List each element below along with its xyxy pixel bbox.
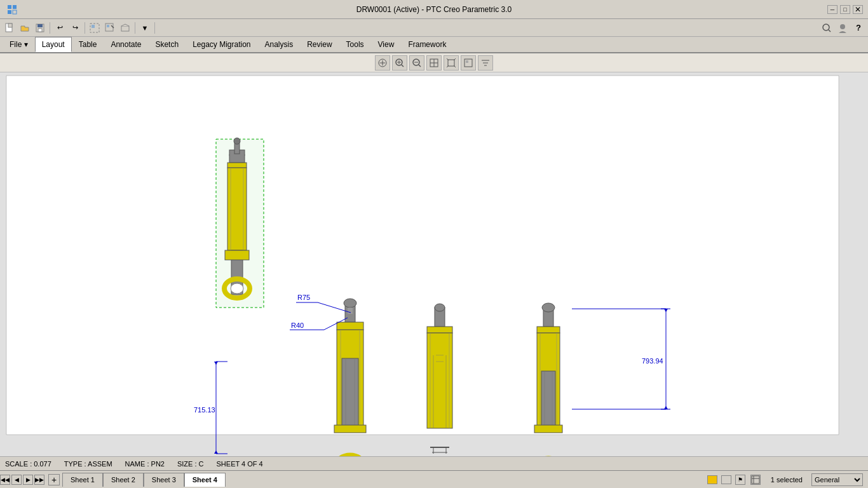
zoom-in-button[interactable]	[392, 55, 407, 71]
sheet-add-button[interactable]: +	[48, 474, 60, 485]
svg-rect-2	[8, 10, 11, 14]
main-toolbar: ↩ ↪ ▼ ?	[0, 19, 868, 37]
svg-rect-50	[227, 168, 247, 250]
view-normal-button[interactable]	[461, 55, 476, 71]
svg-rect-32	[448, 60, 454, 66]
sheet-tab-2[interactable]: Sheet 2	[103, 473, 144, 487]
svg-point-58	[344, 299, 356, 308]
svg-rect-9	[38, 29, 42, 32]
zoom-box-tool[interactable]	[103, 21, 117, 35]
separator-4	[154, 22, 155, 34]
zoom-fit-button[interactable]	[375, 55, 390, 71]
svg-rect-3	[13, 10, 17, 14]
menu-layout[interactable]: Layout	[35, 37, 72, 52]
svg-rect-118	[541, 371, 555, 428]
type-info: TYPE : ASSEM	[64, 460, 112, 468]
scale-info: SCALE : 0.077	[5, 460, 51, 468]
minimize-button[interactable]: ─	[827, 5, 837, 14]
svg-point-56	[231, 283, 243, 294]
separator-1	[50, 22, 50, 34]
svg-rect-91	[427, 327, 452, 333]
model-button[interactable]	[750, 475, 761, 485]
open-button[interactable]	[18, 21, 32, 35]
menu-table[interactable]: Table	[72, 37, 104, 52]
svg-point-90	[435, 304, 445, 311]
save-button[interactable]	[33, 21, 47, 35]
pan-button[interactable]	[426, 55, 442, 71]
svg-rect-38	[466, 60, 468, 63]
fit-view-button[interactable]	[444, 55, 459, 71]
menu-framework[interactable]: Framework	[401, 37, 453, 52]
sheet-first-button[interactable]: ◀◀	[0, 475, 10, 485]
svg-rect-13	[107, 25, 109, 27]
svg-point-113	[542, 303, 555, 312]
sheet-tab-4[interactable]: Sheet 4	[184, 473, 226, 487]
main-row: R75 R40 715.13 100	[0, 72, 868, 456]
svg-rect-6	[8, 24, 12, 27]
title-bar-left	[5, 3, 19, 17]
search-button[interactable]	[820, 21, 834, 35]
svg-rect-43	[6, 76, 839, 435]
svg-rect-0	[8, 5, 11, 9]
svg-text:R75: R75	[297, 294, 310, 301]
view-toolbar	[0, 53, 868, 72]
color-swatch-yellow	[707, 475, 717, 484]
svg-rect-132	[752, 476, 759, 484]
menu-review[interactable]: Review	[300, 37, 339, 52]
menu-file[interactable]: File ▾	[3, 37, 35, 52]
svg-line-27	[419, 65, 421, 67]
name-info: NAME : PN2	[125, 460, 165, 468]
svg-text:793.94: 793.94	[642, 357, 663, 365]
menu-sketch[interactable]: Sketch	[148, 37, 186, 52]
maximize-button[interactable]: □	[840, 5, 850, 14]
title-bar: DRW0001 (Active) - PTC Creo Parametric 3…	[0, 0, 868, 19]
display-filter-button[interactable]	[478, 55, 493, 71]
selected-count: 1 selected	[766, 476, 808, 484]
undo-button[interactable]: ↩	[53, 21, 67, 35]
drawing-area[interactable]: R75 R40 715.13 100	[0, 72, 868, 456]
redo-button[interactable]: ↪	[68, 21, 82, 35]
flag-button[interactable]: ⚑	[735, 475, 745, 485]
svg-text:715.13: 715.13	[194, 406, 215, 414]
help-button[interactable]: ?	[851, 21, 865, 35]
svg-point-68	[336, 456, 364, 456]
svg-rect-59	[348, 308, 353, 314]
svg-rect-92	[427, 333, 452, 428]
svg-rect-121	[534, 425, 562, 433]
arrow-down-button[interactable]: ▼	[138, 21, 152, 35]
svg-rect-11	[92, 25, 95, 28]
sheet-info: SHEET 4 OF 4	[217, 460, 263, 468]
svg-line-23	[402, 65, 403, 67]
selection-tool[interactable]	[88, 21, 102, 35]
svg-rect-1	[13, 5, 17, 9]
menu-analysis[interactable]: Analysis	[258, 37, 301, 52]
svg-rect-54	[225, 250, 249, 260]
menu-tools[interactable]: Tools	[339, 37, 371, 52]
sheet-last-button[interactable]: ▶▶	[34, 475, 44, 485]
close-button[interactable]: ✕	[853, 5, 863, 14]
svg-line-17	[829, 30, 831, 32]
svg-text:R40: R40	[291, 322, 304, 329]
sheet-prev-button[interactable]: ◀	[11, 475, 22, 485]
zoom-out-button[interactable]	[409, 55, 424, 71]
svg-rect-114	[537, 327, 560, 333]
user-button[interactable]	[836, 21, 850, 35]
menu-view[interactable]: View	[371, 37, 402, 52]
svg-point-48	[234, 138, 240, 144]
status-bar: SCALE : 0.077 TYPE : ASSEM NAME : PN2 SI…	[0, 456, 868, 470]
display-mode-select[interactable]: General Wireframe Hidden Line	[811, 473, 863, 486]
sheet-tab-3[interactable]: Sheet 3	[144, 473, 184, 487]
menu-annotate[interactable]: Annotate	[104, 37, 148, 52]
color-swatch-default	[721, 475, 731, 484]
svg-point-16	[823, 24, 829, 30]
sheet-tab-1[interactable]: Sheet 1	[62, 473, 103, 487]
svg-rect-64	[342, 358, 358, 428]
svg-rect-60	[337, 322, 363, 330]
svg-rect-67	[334, 425, 366, 433]
new-button[interactable]	[3, 21, 17, 35]
title-bar-right: ─ □ ✕	[827, 5, 863, 14]
sheet-next-button[interactable]: ▶	[23, 475, 33, 485]
menu-legacy[interactable]: Legacy Migration	[186, 37, 257, 52]
svg-rect-49	[227, 163, 247, 168]
view-mode-button[interactable]	[118, 21, 132, 35]
